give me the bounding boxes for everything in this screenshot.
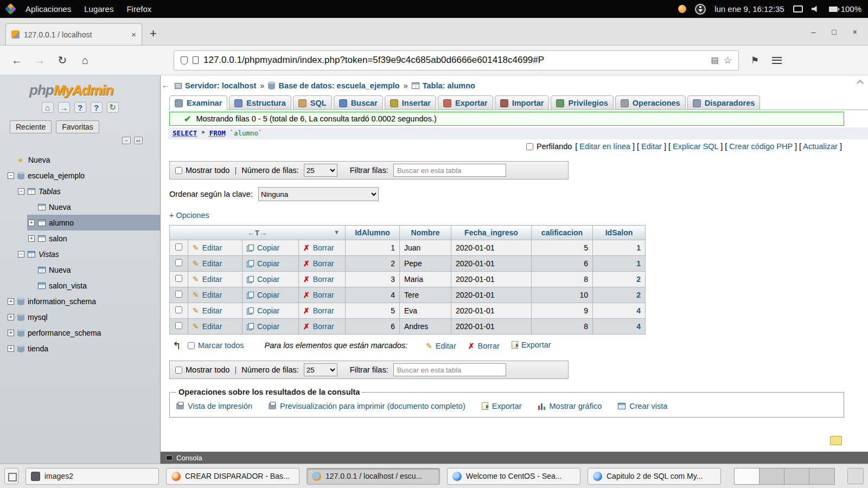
workspace-cell[interactable] xyxy=(735,468,760,484)
filter-rows-input[interactable] xyxy=(393,164,506,177)
query-op-previsualizaci-n-para-imprimir-documento-completo-[interactable]: Previsualización para imprimir (document… xyxy=(269,402,465,410)
app-menu-icon[interactable] xyxy=(772,57,782,64)
rows-count-select[interactable]: 25 xyxy=(304,164,337,177)
tree-item-nueva[interactable]: Nueva xyxy=(27,199,160,215)
row-delete-link[interactable]: Borrar xyxy=(303,322,341,331)
sort-key-select[interactable]: Ninguna xyxy=(258,187,379,201)
battery-indicator[interactable]: 100% xyxy=(829,4,861,14)
column-header-calificacion[interactable]: calificacion xyxy=(541,228,583,237)
tab-insertar[interactable]: Insertar xyxy=(385,95,436,110)
tree-item-information_schema[interactable]: +information_schema xyxy=(7,293,160,309)
tab-close-icon[interactable]: × xyxy=(131,30,136,39)
tree-expander-icon[interactable]: + xyxy=(8,345,14,352)
clock[interactable]: lun ene 9, 16:12:35 xyxy=(714,4,784,14)
menu-aplicaciones[interactable]: Aplicaciones xyxy=(19,4,78,14)
favorite-tables-button[interactable]: Favoritas xyxy=(56,120,99,133)
show-all-checkbox[interactable] xyxy=(175,367,182,374)
collapse-all-icon[interactable]: − xyxy=(122,137,131,144)
row-copy-link[interactable]: Copiar xyxy=(247,259,294,268)
tab-estructura[interactable]: Estructura xyxy=(229,95,291,110)
tree-expander-icon[interactable]: − xyxy=(8,172,14,179)
check-all-label[interactable]: Marcar todos xyxy=(198,341,244,350)
tree-item-salon[interactable]: +salon xyxy=(27,230,160,246)
rows-count-select[interactable]: 25 xyxy=(304,363,337,376)
new-tab-button[interactable]: + xyxy=(150,27,157,41)
volume-icon[interactable] xyxy=(812,5,820,12)
foreign-key-link[interactable]: 1 xyxy=(636,259,641,268)
workspace-cell[interactable] xyxy=(760,468,784,484)
bookmarks-flag-icon[interactable]: ⚑ xyxy=(751,55,759,66)
browser-tab[interactable]: 127.0.0.1 / localhost × xyxy=(5,23,142,45)
selected-action-exportar[interactable]: Exportar xyxy=(512,341,551,349)
bookmark-star-icon[interactable]: ☆ xyxy=(724,55,732,66)
row-copy-link[interactable]: Copiar xyxy=(247,291,294,299)
row-copy-link[interactable]: Copiar xyxy=(247,243,294,252)
taskbar-window[interactable]: CREAR DISPARADOR - Bas... xyxy=(166,468,299,485)
column-header-idalumno[interactable]: IdAlumno xyxy=(355,228,390,237)
window-minimize-button[interactable]: – xyxy=(812,28,816,36)
tree-item-mysql[interactable]: +mysql xyxy=(7,309,160,325)
collapse-navigation-arrow[interactable]: ← xyxy=(162,81,169,89)
tab-disparadores[interactable]: Disparadores xyxy=(687,95,761,110)
sql-action-link[interactable]: Explicar SQL xyxy=(673,142,718,151)
query-op-crear-vista[interactable]: Crear vista xyxy=(618,402,667,410)
tree-expander-icon[interactable]: + xyxy=(8,314,14,320)
logout-icon[interactable]: → xyxy=(58,102,70,113)
menu-lugares[interactable]: Lugares xyxy=(78,4,120,14)
options-toggle-link[interactable]: + Opciones xyxy=(169,211,209,220)
page-settings-icon[interactable] xyxy=(830,436,842,445)
tab-buscar[interactable]: Buscar xyxy=(334,95,383,110)
window-close-button[interactable]: × xyxy=(853,28,857,36)
tree-item-tienda[interactable]: +tienda xyxy=(7,341,160,356)
foreign-key-link[interactable]: 4 xyxy=(636,322,641,331)
reader-view-icon[interactable]: ▤ xyxy=(711,55,719,65)
trash-applet-icon[interactable] xyxy=(847,468,864,484)
mysql-docs-icon[interactable]: ? xyxy=(91,102,103,113)
show-all-toggle[interactable]: Mostrar todo xyxy=(175,166,229,175)
console-bar[interactable]: Consola xyxy=(161,452,868,464)
tab-exportar[interactable]: Exportar xyxy=(438,95,493,110)
tree-expander-icon[interactable]: + xyxy=(8,298,14,305)
reload-navigation-icon[interactable]: ↻ xyxy=(107,102,119,113)
sql-action-link[interactable]: Crear código PHP xyxy=(729,142,793,151)
query-op-exportar[interactable]: Exportar xyxy=(482,402,522,410)
tab-importar[interactable]: Importar xyxy=(495,95,550,110)
show-all-checkbox[interactable] xyxy=(175,167,182,174)
back-button[interactable]: ← xyxy=(8,51,26,69)
row-checkbox[interactable] xyxy=(175,322,182,329)
tree-item-nueva[interactable]: Nueva xyxy=(27,262,160,278)
url-bar[interactable]: 127.0.0.1/phpmyadmin/index.php?token=5f3… xyxy=(174,50,739,70)
sql-action-link[interactable]: Actualizar xyxy=(803,142,838,151)
row-edit-link[interactable]: Editar xyxy=(193,259,238,268)
check-all-checkbox[interactable] xyxy=(188,342,195,349)
sql-action-link[interactable]: Editar xyxy=(641,142,662,151)
pma-docs-icon[interactable]: ? xyxy=(74,102,86,113)
row-delete-link[interactable]: Borrar xyxy=(303,306,341,315)
tab-operaciones[interactable]: Operaciones xyxy=(615,95,686,110)
show-desktop-icon[interactable] xyxy=(4,468,18,484)
tab-examinar[interactable]: Examinar xyxy=(169,95,227,110)
breadcrumb-item[interactable]: Tabla: alumno xyxy=(412,81,475,90)
site-info-icon[interactable] xyxy=(193,56,199,64)
row-edit-link[interactable]: Editar xyxy=(193,243,238,252)
accessibility-icon[interactable] xyxy=(695,4,706,15)
column-header-nombre[interactable]: Nombre xyxy=(411,228,440,237)
breadcrumb-item[interactable]: Base de datos: escuela_ejemplo xyxy=(268,81,399,90)
query-op-vista-de-impresi-n[interactable]: Vista de impresión xyxy=(176,402,252,410)
url-text[interactable]: 127.0.0.1/phpmyadmin/index.php?token=5f3… xyxy=(203,55,706,66)
row-delete-link[interactable]: Borrar xyxy=(303,291,341,299)
tree-expander-icon[interactable]: − xyxy=(18,251,24,258)
row-copy-link[interactable]: Copiar xyxy=(247,306,294,315)
foreign-key-link[interactable]: 1 xyxy=(636,243,641,252)
foreign-key-link[interactable]: 4 xyxy=(636,306,641,315)
sort-caret-icon[interactable]: ▼ xyxy=(334,229,340,235)
window-maximize-button[interactable]: □ xyxy=(832,28,836,36)
tree-item-escuela_ejemplo[interactable]: −escuela_ejemplo xyxy=(7,168,160,183)
display-icon[interactable] xyxy=(793,5,803,12)
reload-button[interactable]: ↻ xyxy=(53,51,72,69)
row-delete-link[interactable]: Borrar xyxy=(303,243,341,252)
show-all-toggle[interactable]: Mostrar todo xyxy=(175,365,229,374)
column-order-widget[interactable]: ←T→ xyxy=(247,229,267,237)
row-checkbox[interactable] xyxy=(175,259,182,266)
row-edit-link[interactable]: Editar xyxy=(193,306,238,315)
